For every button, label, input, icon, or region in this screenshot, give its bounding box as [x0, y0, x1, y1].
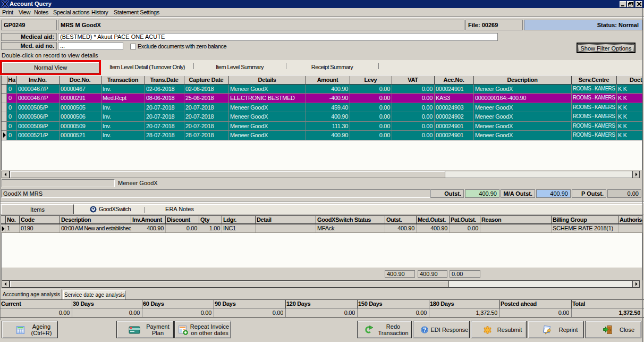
svg-text:?: ?: [423, 327, 426, 333]
